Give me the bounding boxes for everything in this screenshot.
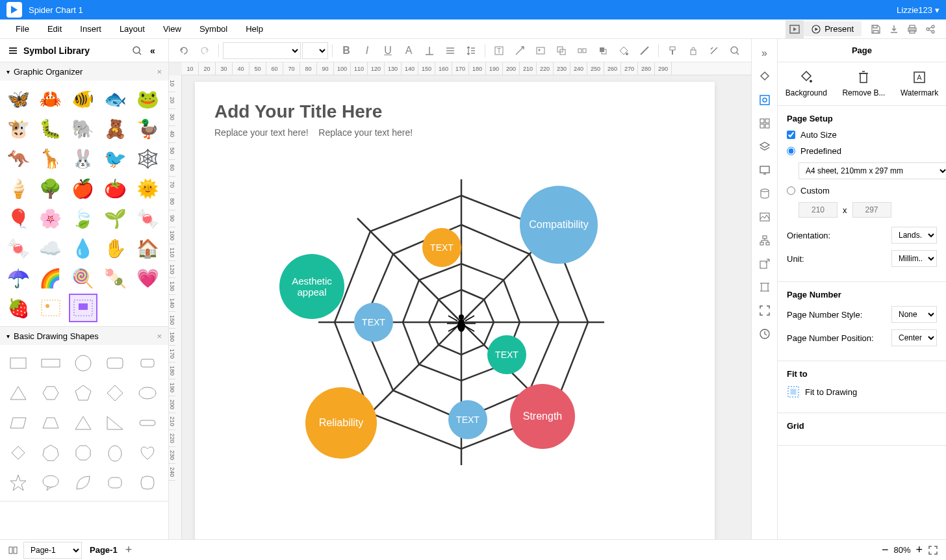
- clipart-apple[interactable]: 🍎: [69, 174, 97, 203]
- ungroup-button[interactable]: [572, 41, 592, 60]
- grid-icon[interactable]: [756, 114, 774, 133]
- undo-button[interactable]: [174, 41, 194, 60]
- clipart-candy[interactable]: 🍬: [133, 204, 162, 233]
- shape-rounded-rect-small[interactable]: [133, 349, 162, 377]
- hierarchy-icon[interactable]: [756, 231, 774, 249]
- fill-button[interactable]: [614, 41, 633, 60]
- group-button[interactable]: [552, 41, 571, 60]
- bubble-text2[interactable]: TEXT: [354, 303, 393, 342]
- zoom-out-button[interactable]: −: [882, 543, 889, 557]
- bubble-text4[interactable]: TEXT: [448, 400, 487, 439]
- image-panel-icon[interactable]: [756, 208, 774, 226]
- italic-button[interactable]: I: [357, 41, 377, 60]
- clipart-house[interactable]: 🏠: [133, 234, 162, 262]
- clipart-rainbow[interactable]: 🌈: [36, 264, 65, 292]
- line-spacing-button[interactable]: [461, 41, 481, 60]
- shape-heart[interactable]: [133, 439, 162, 467]
- clipart-elephant[interactable]: 🐘: [69, 114, 97, 143]
- bubble-text1[interactable]: TEXT: [422, 228, 461, 267]
- clipart-flower[interactable]: 🌸: [36, 204, 65, 233]
- shape-square[interactable]: [4, 349, 32, 377]
- text-align-button[interactable]: [420, 41, 439, 60]
- clipart-giraffe[interactable]: 🦒: [36, 144, 65, 173]
- bold-button[interactable]: B: [337, 41, 356, 60]
- clipart-duck[interactable]: 🦆: [133, 114, 162, 143]
- page-select[interactable]: Page-1: [23, 542, 82, 559]
- shape-pill[interactable]: [133, 409, 162, 437]
- clipart-butterfly[interactable]: 🦋: [4, 84, 32, 113]
- clipart-caterpillar[interactable]: 🐛: [36, 114, 65, 143]
- menu-insert[interactable]: Insert: [71, 24, 110, 34]
- chart-subtitle[interactable]: Replace your text here! Replace your tex…: [214, 127, 413, 138]
- page-settings-icon[interactable]: [756, 91, 774, 109]
- connector-button[interactable]: [510, 41, 530, 60]
- close-icon[interactable]: ×: [157, 331, 162, 341]
- image-button[interactable]: [531, 41, 550, 60]
- auto-size-checkbox[interactable]: [787, 131, 795, 139]
- clipart-umbrella[interactable]: ☂️: [4, 264, 32, 292]
- arrange-button[interactable]: [593, 41, 613, 60]
- shape-diamond[interactable]: [101, 379, 129, 407]
- shape-ellipse[interactable]: [133, 379, 162, 407]
- download-button[interactable]: [885, 20, 903, 38]
- align-icon[interactable]: [756, 278, 774, 296]
- search-icon[interactable]: [129, 43, 145, 58]
- clipart-icecream[interactable]: 🍦: [4, 174, 32, 203]
- collapse-sidebar-icon[interactable]: «: [145, 43, 160, 58]
- bubble-reliability[interactable]: Reliability: [305, 387, 377, 459]
- save-button[interactable]: [867, 20, 885, 38]
- menu-view[interactable]: View: [154, 24, 190, 34]
- text-tool-button[interactable]: T: [489, 41, 509, 60]
- shape-leaf[interactable]: [69, 468, 97, 497]
- present-button[interactable]: Present: [804, 21, 862, 36]
- shape-rounded-rect[interactable]: [101, 349, 129, 377]
- share-button[interactable]: [921, 20, 940, 38]
- preview-toggle-button[interactable]: [786, 20, 804, 38]
- shape-right-angle[interactable]: [101, 409, 129, 437]
- font-size-select[interactable]: [302, 42, 328, 59]
- predefined-size-select[interactable]: A4 sheet, 210mm x 297 mm: [799, 162, 946, 179]
- shape-right-triangle[interactable]: [69, 409, 97, 437]
- remove-background-tool[interactable]: Remove B...: [842, 70, 885, 97]
- line-button[interactable]: [635, 41, 654, 60]
- bubble-aesthetic[interactable]: Aesthetic appeal: [279, 254, 344, 319]
- shape-star[interactable]: [4, 468, 32, 497]
- library-header-graphic-organizer[interactable]: ▾ Graphic Organizer ×: [0, 62, 168, 81]
- layers-icon[interactable]: [756, 138, 774, 156]
- shape-cushion[interactable]: [133, 468, 162, 497]
- clipart-crab[interactable]: 🦀: [36, 84, 65, 113]
- page-number-position-select[interactable]: Center: [891, 329, 937, 346]
- clipart-kangaroo[interactable]: 🦘: [4, 144, 32, 173]
- underline-button[interactable]: U: [378, 41, 398, 60]
- clipart-web[interactable]: 🕸️: [133, 144, 162, 173]
- history-icon[interactable]: [756, 325, 774, 343]
- page-number-style-select[interactable]: None: [891, 306, 937, 323]
- clipart-lollipop[interactable]: 🍭: [69, 264, 97, 292]
- menu-layout[interactable]: Layout: [110, 24, 154, 34]
- align-horizontal-button[interactable]: [441, 41, 460, 60]
- page-tab[interactable]: Page-1: [82, 542, 125, 557]
- clipart-fish[interactable]: 🐟: [101, 84, 129, 113]
- menu-help[interactable]: Help: [236, 24, 272, 34]
- tools-button[interactable]: [704, 41, 724, 60]
- page-list-icon[interactable]: [8, 545, 18, 555]
- close-icon[interactable]: ×: [157, 67, 162, 77]
- shape-trapezoid[interactable]: [36, 409, 65, 437]
- clipart-placeholder1[interactable]: [36, 294, 65, 322]
- shape-pentagon[interactable]: [69, 379, 97, 407]
- bubble-compatibility[interactable]: Compatibility: [520, 186, 598, 264]
- predefined-radio[interactable]: [787, 147, 795, 155]
- clipart-hand[interactable]: ✋: [101, 234, 129, 262]
- format-painter-button[interactable]: [663, 41, 682, 60]
- clipart-popsicle[interactable]: 🍡: [101, 264, 129, 292]
- canvas-page[interactable]: Add Your Title Here Replace your text he…: [195, 82, 715, 539]
- clipart-candy2[interactable]: 🍬: [4, 234, 32, 262]
- clipart-clownfish[interactable]: 🐠: [69, 84, 97, 113]
- bubble-text3[interactable]: TEXT: [487, 335, 526, 374]
- font-family-select[interactable]: [223, 42, 301, 59]
- clipart-tomato[interactable]: 🍅: [101, 174, 129, 203]
- shape-rhombus[interactable]: [4, 439, 32, 467]
- chart-title[interactable]: Add Your Title Here: [214, 101, 382, 122]
- shape-speech[interactable]: [36, 468, 65, 497]
- menu-file[interactable]: File: [6, 24, 38, 34]
